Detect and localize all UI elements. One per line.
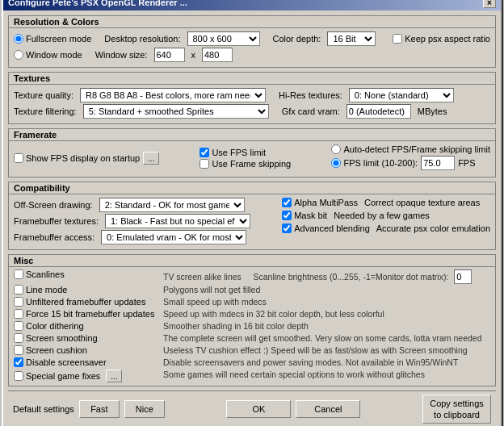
use-frame-label[interactable]: Use Frame skipping bbox=[200, 159, 291, 169]
compatibility-group-label: Compatibility bbox=[9, 182, 495, 194]
window-radio[interactable] bbox=[14, 50, 23, 60]
cushion-checkbox[interactable] bbox=[14, 345, 23, 355]
use-frame-checkbox[interactable] bbox=[200, 159, 209, 169]
framebuffer-acc-select[interactable]: 0: Emulated vram - OK for most games bbox=[101, 230, 246, 244]
resolution-group-label: Resolution & Colors bbox=[9, 16, 495, 28]
use-fps-checkbox[interactable] bbox=[200, 148, 209, 157]
framerate-group: Framerate Show FPS display on startup ..… bbox=[8, 128, 496, 178]
scanlines-checkbox[interactable] bbox=[14, 269, 23, 279]
gfx-vram-label: Gfx card vram: bbox=[282, 106, 340, 116]
window-height-input[interactable] bbox=[202, 48, 233, 62]
filtering-select[interactable]: 5: Standard + smoothed Sprites bbox=[83, 104, 269, 119]
window-size-label: Window size: bbox=[95, 50, 148, 60]
alpha-checkbox[interactable] bbox=[282, 198, 292, 207]
misc-content: Scanlines TV screen alike lines Scanline… bbox=[9, 267, 495, 386]
fps-limit-input[interactable] bbox=[421, 156, 455, 170]
quality-label: Texture quality: bbox=[14, 90, 74, 100]
auto-detect-label[interactable]: Auto-detect FPS/Frame skipping limit bbox=[331, 144, 490, 154]
title-bar: Configure Pete's PSX OpenGL Renderer ...… bbox=[3, 0, 501, 10]
desktop-res-select[interactable]: 800 x 600 bbox=[187, 31, 260, 46]
misc-force15: Force 15 bit framebuffer updates Speed u… bbox=[14, 309, 490, 320]
ok-button[interactable]: OK bbox=[226, 400, 291, 418]
misc-unfiltered: Unfiltered framebuffer updates Small spe… bbox=[14, 297, 490, 308]
gamefixes-button[interactable]: ... bbox=[106, 370, 122, 382]
linemode-checkbox[interactable] bbox=[14, 285, 23, 294]
misc-gamefixes: Special game fixes ... Some games will n… bbox=[14, 370, 490, 382]
keep-aspect-checkbox[interactable] bbox=[393, 34, 402, 44]
fps-unit: FPS bbox=[458, 158, 475, 168]
mask-desc: Needed by a few games bbox=[334, 211, 430, 220]
framebuffer-tex-select[interactable]: 1: Black - Fast but no special effects bbox=[105, 214, 250, 228]
offscreen-label: Off-Screen drawing: bbox=[14, 200, 93, 210]
fps-limit-row: FPS limit (10-200): FPS bbox=[331, 156, 490, 170]
window-title: Configure Pete's PSX OpenGL Renderer ... bbox=[8, 0, 187, 7]
misc-group: Misc Scanlines TV screen alike lines Sca… bbox=[8, 254, 496, 386]
framerate-content: Show FPS display on startup ... Use FPS … bbox=[9, 141, 495, 177]
nice-button[interactable]: Nice bbox=[124, 400, 165, 418]
offscreen-select[interactable]: 2: Standard - OK for most games bbox=[99, 198, 245, 212]
misc-screensaver: Disable screensaver Disable screensavers… bbox=[14, 357, 490, 369]
window-mode-label[interactable]: Window mode bbox=[14, 50, 82, 60]
colordither-checkbox[interactable] bbox=[14, 321, 23, 331]
show-fps-checkbox[interactable] bbox=[14, 153, 23, 163]
color-depth-select[interactable]: 16 Bit bbox=[327, 31, 376, 46]
compatibility-group: Compatibility Off-Screen drawing: 2: Sta… bbox=[8, 182, 496, 250]
fast-button[interactable]: Fast bbox=[79, 400, 120, 418]
alpha-desc: Correct opaque texture areas bbox=[364, 198, 480, 207]
gfx-vram-input[interactable] bbox=[346, 104, 411, 119]
fps-limit-radio[interactable] bbox=[331, 158, 341, 168]
mask-checkbox[interactable] bbox=[282, 211, 292, 220]
fullscreen-radio[interactable] bbox=[14, 34, 23, 44]
hires-select[interactable]: 0: None (standard) bbox=[349, 88, 454, 102]
compatibility-content: Off-Screen drawing: 2: Standard - OK for… bbox=[9, 194, 495, 249]
window-width-input[interactable] bbox=[154, 48, 185, 62]
close-button[interactable]: × bbox=[483, 0, 496, 8]
hires-label: Hi-Res textures: bbox=[279, 90, 342, 100]
misc-group-label: Misc bbox=[9, 255, 495, 267]
compat-checks: Alpha MultiPass Correct opaque texture a… bbox=[282, 198, 490, 246]
misc-linemode: Line mode Polygons will not get filled bbox=[14, 285, 490, 296]
advanced-checkbox[interactable] bbox=[282, 223, 292, 233]
main-window: Configure Pete's PSX OpenGL Renderer ...… bbox=[2, 0, 502, 426]
show-fps-label[interactable]: Show FPS display on startup bbox=[14, 153, 140, 163]
textures-row1: Texture quality: R8 G8 B8 A8 - Best colo… bbox=[14, 88, 490, 102]
screensaver-checkbox[interactable] bbox=[14, 357, 23, 367]
compat-inner: Off-Screen drawing: 2: Standard - OK for… bbox=[14, 198, 490, 246]
textures-row2: Texture filtering: 5: Standard + smoothe… bbox=[14, 104, 490, 119]
mask-label[interactable]: Mask bit bbox=[282, 211, 327, 220]
keep-aspect-label[interactable]: Keep psx aspect ratio bbox=[393, 34, 490, 44]
compat-row2: Framebuffer textures: 1: Black - Fast bu… bbox=[14, 214, 275, 228]
resolution-group: Resolution & Colors Fullscreen mode Desk… bbox=[8, 15, 496, 68]
scanline-brightness-input[interactable] bbox=[454, 269, 472, 284]
show-fps-button[interactable]: ... bbox=[143, 152, 159, 165]
misc-scanlines: Scanlines TV screen alike lines Scanline… bbox=[14, 269, 490, 284]
resolution-content: Fullscreen mode Desktop resolution: 800 … bbox=[9, 28, 495, 67]
default-settings: Default settings Fast Nice OK Cancel Cop… bbox=[8, 390, 496, 426]
quality-select[interactable]: R8 G8 B8 A8 - Best colors, more ram need… bbox=[80, 88, 266, 102]
framebuffer-tex-label: Framebuffer textures: bbox=[14, 216, 99, 226]
misc-colordither: Color dithering Smoother shading in 16 b… bbox=[14, 321, 490, 332]
desktop-res-label: Desktop resolution: bbox=[104, 34, 180, 44]
color-depth-label: Color depth: bbox=[273, 34, 321, 44]
framerate-group-label: Framerate bbox=[9, 129, 495, 141]
alpha-row: Alpha MultiPass Correct opaque texture a… bbox=[282, 198, 490, 207]
resolution-row2: Window mode Window size: x bbox=[14, 48, 490, 62]
clipboard-button[interactable]: Copy settings to clipboard bbox=[422, 395, 491, 424]
auto-detect-radio[interactable] bbox=[331, 144, 341, 154]
force15-checkbox[interactable] bbox=[14, 309, 23, 319]
gamefixes-checkbox[interactable] bbox=[14, 371, 23, 381]
smoothing-checkbox[interactable] bbox=[14, 333, 23, 343]
mask-row: Mask bit Needed by a few games bbox=[282, 211, 490, 220]
unfiltered-checkbox[interactable] bbox=[14, 297, 23, 307]
fps-limit-label[interactable]: FPS limit (10-200): bbox=[331, 158, 418, 168]
cancel-button[interactable]: Cancel bbox=[296, 400, 360, 418]
textures-group-label: Textures bbox=[9, 73, 495, 85]
compat-row1: Off-Screen drawing: 2: Standard - OK for… bbox=[14, 198, 275, 212]
alpha-label[interactable]: Alpha MultiPass bbox=[282, 198, 358, 207]
use-fps-label[interactable]: Use FPS limit bbox=[200, 148, 291, 157]
advanced-label[interactable]: Advanced blending bbox=[282, 223, 370, 233]
fullscreen-label[interactable]: Fullscreen mode bbox=[14, 34, 91, 44]
content-area: Resolution & Colors Fullscreen mode Desk… bbox=[3, 10, 501, 426]
textures-group: Textures Texture quality: R8 G8 B8 A8 - … bbox=[8, 72, 496, 124]
window-x-sep: x bbox=[191, 50, 196, 60]
